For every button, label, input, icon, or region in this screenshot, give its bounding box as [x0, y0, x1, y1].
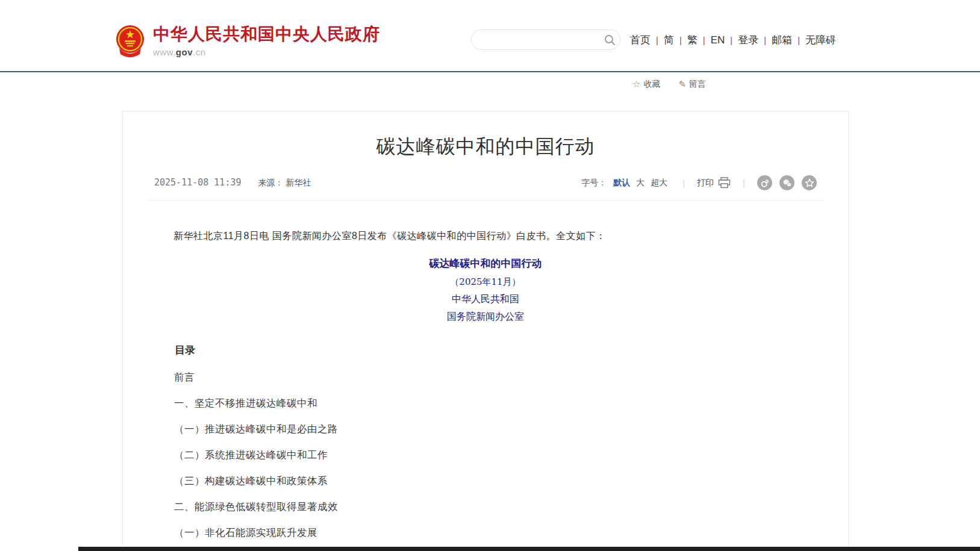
toc-item-2: 二、能源绿色低碳转型取得显著成效 [154, 500, 817, 512]
toc-item-preface: 前言 [154, 371, 817, 383]
brand-block: 中华人民共和国中央人民政府 www.gov.cn [153, 24, 380, 57]
nav-home[interactable]: 首页 [630, 33, 651, 47]
qzone-share-icon[interactable] [802, 175, 817, 190]
print-label: 打印 [697, 178, 714, 188]
comment-button[interactable]: ✎ 留言 [678, 79, 706, 90]
site-url-prefix: www. [153, 47, 176, 57]
nav-separator: | [764, 35, 766, 45]
star-icon: ☆ [632, 79, 640, 90]
page: 中华人民共和国中央人民政府 www.gov.cn 首页 | 简 | 繁 | EN… [0, 0, 980, 551]
nav-separator: | [730, 35, 732, 45]
nav-mail[interactable]: 邮箱 [772, 33, 792, 47]
document-date: （2025年11月） [154, 276, 817, 288]
font-size-label: 字号： [581, 178, 607, 188]
source-value[interactable]: 新华社 [286, 178, 311, 187]
document-author-line2: 国务院新闻办公室 [154, 311, 817, 323]
font-size-xlarge[interactable]: 超大 [651, 178, 667, 188]
nav-separator: | [703, 35, 705, 45]
nav-accessibility[interactable]: 无障碍 [805, 33, 836, 47]
search-input[interactable] [481, 31, 599, 49]
meta-divider: | [682, 178, 685, 188]
share-icons [757, 175, 817, 190]
article-meta-row: 2025-11-08 11:39 来源： 新华社 字号： 默认 大 超大 | 打… [147, 175, 824, 201]
toc-item-1: 一、坚定不移推进碳达峰碳中和 [154, 397, 817, 409]
top-nav: 首页 | 简 | 繁 | EN | 登录 | 邮箱 | 无障碍 [630, 33, 836, 47]
meta-left: 2025-11-08 11:39 来源： 新华社 [154, 177, 311, 188]
nav-separator: | [656, 35, 658, 45]
article-container: 碳达峰碳中和的中国行动 2025-11-08 11:39 来源： 新华社 字号：… [122, 111, 849, 551]
nav-traditional[interactable]: 繁 [687, 33, 698, 47]
search-icon[interactable] [599, 30, 620, 50]
toc-item-1-1: （一）推进碳达峰碳中和是必由之路 [154, 423, 817, 435]
article-title: 碳达峰碳中和的中国行动 [123, 133, 848, 160]
toc-item-1-2: （二）系统推进碳达峰碳中和工作 [154, 449, 817, 461]
action-row: ☆ 收藏 ✎ 留言 [632, 79, 706, 90]
toc-item-1-3: （三）构建碳达峰碳中和政策体系 [154, 475, 817, 487]
source: 来源： 新华社 [258, 178, 311, 188]
document-heading-block: 碳达峰碳中和的中国行动 （2025年11月） 中华人民共和国 国务院新闻办公室 [154, 257, 817, 323]
print-button[interactable]: 打印 [697, 177, 731, 188]
lead-paragraph: 新华社北京11月8日电 国务院新闻办公室8日发布《碳达峰碳中和的中国行动》白皮书… [154, 229, 817, 243]
site-header: 中华人民共和国中央人民政府 www.gov.cn 首页 | 简 | 繁 | EN… [0, 0, 980, 71]
nav-separator: | [679, 35, 682, 45]
font-size-large[interactable]: 大 [636, 178, 644, 188]
header-divider-rule [0, 71, 980, 72]
font-size-default[interactable]: 默认 [613, 178, 630, 188]
document-title: 碳达峰碳中和的中国行动 [154, 257, 817, 270]
favorite-label: 收藏 [643, 79, 660, 90]
nav-login[interactable]: 登录 [738, 33, 758, 47]
nav-simplified[interactable]: 简 [664, 33, 674, 47]
below-fold-dark-strip [78, 547, 980, 551]
toc-heading: 目录 [154, 343, 817, 357]
publish-date: 2025-11-08 11:39 [154, 177, 242, 188]
site-url-suffix: .cn [193, 47, 206, 57]
toc-item-2-1: （一）非化石能源实现跃升发展 [154, 526, 817, 538]
site-url: www.gov.cn [153, 47, 380, 57]
article-body: 新华社北京11月8日电 国务院新闻办公室8日发布《碳达峰碳中和的中国行动》白皮书… [123, 229, 848, 538]
document-author-line1: 中华人民共和国 [154, 293, 817, 305]
favorite-button[interactable]: ☆ 收藏 [632, 79, 660, 90]
national-emblem-icon [116, 24, 145, 57]
source-label: 来源： [258, 178, 284, 187]
pencil-icon: ✎ [678, 79, 686, 90]
nav-english[interactable]: EN [711, 34, 725, 46]
meta-right: 字号： 默认 大 超大 | 打印 | [581, 175, 817, 190]
site-logo[interactable]: 中华人民共和国中央人民政府 www.gov.cn [116, 24, 380, 57]
site-title: 中华人民共和国中央人民政府 [153, 24, 380, 45]
printer-icon [718, 177, 731, 188]
search-box [471, 30, 620, 50]
wechat-share-icon[interactable] [779, 175, 794, 190]
meta-divider: | [743, 178, 745, 188]
weibo-share-icon[interactable] [757, 175, 772, 190]
nav-separator: | [797, 35, 800, 45]
site-url-gov: gov [176, 47, 193, 57]
comment-label: 留言 [689, 79, 706, 90]
